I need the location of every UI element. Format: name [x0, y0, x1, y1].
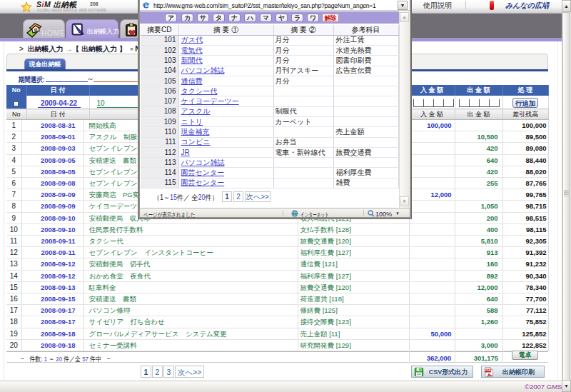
svg-text:PDF: PDF [485, 368, 492, 372]
